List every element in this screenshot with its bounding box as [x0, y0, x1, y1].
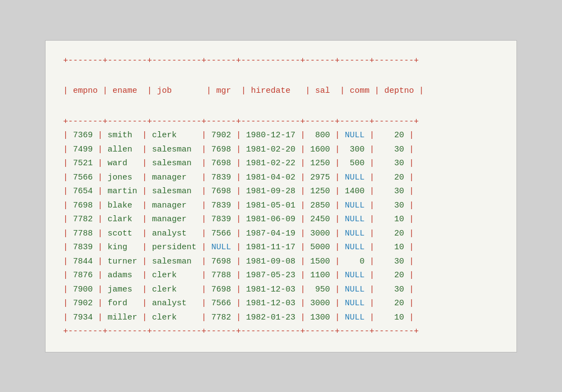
divider-top: +-------+--------+----------+------+----…: [63, 54, 499, 68]
divider-mid: +-------+--------+----------+------+----…: [63, 115, 499, 129]
table-row: | 7876 | adams | clerk | 7788 | 1987-05-…: [63, 268, 499, 283]
table-row: | 7902 | ford | analyst | 7566 | 1981-12…: [63, 296, 499, 311]
table-row: | 7844 | turner | salesman | 7698 | 1981…: [63, 255, 499, 269]
table-row: | 7369 | smith | clerk | 7902 | 1980-12-…: [63, 128, 499, 143]
table-body: | 7369 | smith | clerk | 7902 | 1980-12-…: [63, 128, 499, 324]
table-row: | 7782 | clark | manager | 7839 | 1981-0…: [63, 212, 499, 227]
table-row: | 7566 | jones | manager | 7839 | 1981-0…: [63, 171, 499, 185]
table-row: | 7654 | martin | salesman | 7698 | 1981…: [63, 184, 499, 199]
table-row: | 7934 | miller | clerk | 7782 | 1982-01…: [63, 311, 499, 325]
table-row: | 7698 | blake | manager | 7839 | 1981-0…: [63, 199, 499, 213]
table-row: | 7788 | scott | analyst | 7566 | 1987-0…: [63, 227, 499, 241]
table-row: | 7499 | allen | salesman | 7698 | 1981-…: [63, 143, 499, 157]
table-row: | 7839 | king | persident | NULL | 1981-…: [63, 240, 499, 255]
table-header: | empno | ename | job | mgr | hiredate |…: [63, 68, 499, 115]
table-row: | 7900 | james | clerk | 7698 | 1981-12-…: [63, 283, 499, 297]
divider-bottom: +-------+--------+----------+------+----…: [63, 324, 499, 339]
main-container: +-------+--------+----------+------+----…: [45, 40, 517, 352]
table-row: | 7521 | ward | salesman | 7698 | 1981-0…: [63, 156, 499, 171]
